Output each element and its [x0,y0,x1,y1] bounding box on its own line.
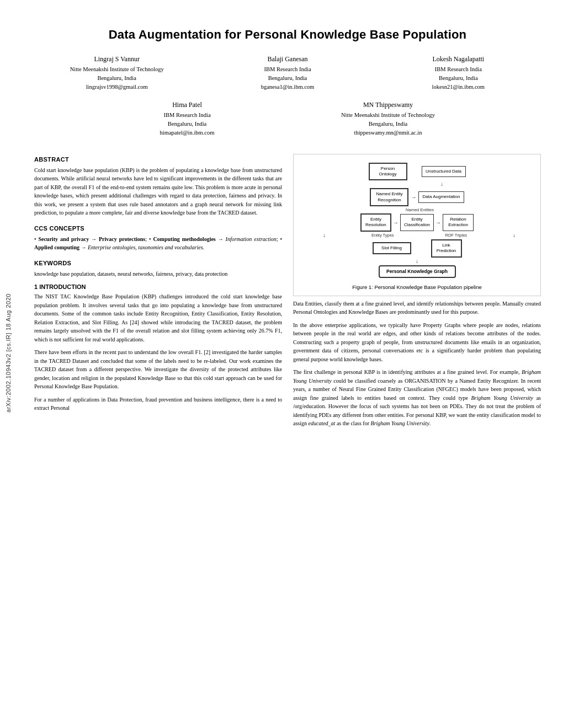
intro-heading: 1 INTRODUCTION [34,283,282,290]
node-entity-resolution: EntityResolution [360,213,391,232]
author-2: Balaji Ganesan IBM Research India Bengal… [205,54,370,91]
abstract-text: Cold start knowledge base population (KB… [34,166,282,217]
ccs-text: • Security and privacy → Privacy protect… [34,235,282,252]
author-1-email: lingrajsv1998@gmail.com [34,83,199,92]
arrow-right-3: → [435,220,441,226]
two-column-layout: ABSTRACT Cold start knowledge base popul… [23,148,552,432]
arrow-right-2: → [393,220,399,226]
author-2-affiliation: IBM Research India [205,65,370,74]
keywords-heading: KEYWORDS [34,260,282,266]
label-rdf-triples: RDF Triples [445,233,468,238]
intro-p1: The NIST TAC Knowledge Base Population (… [34,292,282,344]
author-3-affiliation: IBM Research India [376,65,541,74]
node-relation-extraction: RelationExtraction [443,214,474,231]
figure-1: PersonOntology Unstructured Data ↓ Named… [293,154,541,296]
arrow-label-row: Named Entities [400,207,434,212]
intro-p3: For a number of applications in Data Pro… [34,395,282,413]
node-unstructured-data: Unstructured Data [422,166,466,177]
left-column: ABSTRACT Cold start knowledge base popul… [34,148,282,432]
node-entity-classification: EntityClassification [400,214,434,231]
node-pkg: Personal Knowledge Graph [379,265,456,278]
paper-title: Data Augmentation for Personal Knowledge… [23,28,552,42]
node-link-prediction: LinkPrediction [431,239,462,258]
author-1-affiliation: Nitte Meenakshi Institute of Technology [34,65,199,74]
arrow-down-1: ↓ [440,181,443,187]
right-column: PersonOntology Unstructured Data ↓ Named… [293,148,541,432]
pipe-row-2: Named EntityRecognition → Data Augmentat… [370,188,464,206]
author-5-name: MN Thippeswamy [290,100,486,110]
intro-p2: There have been efforts in the recent pa… [34,348,282,391]
pipe-row-3: EntityResolution → EntityClassification … [360,213,474,232]
node-ner: Named EntityRecognition [370,188,408,206]
pipe-row-1: PersonOntology Unstructured Data [369,163,466,181]
abstract-heading: ABSTRACT [34,156,282,163]
author-1-name: Lingraj S Vannur [34,54,199,64]
author-4-location: Bengaluru, India [89,120,285,129]
pipe-row-4: Slot Filling LinkPrediction [373,239,462,258]
main-content: Data Augmentation for Personal Knowledge… [18,28,557,432]
arrow-down-3: ↓ [513,233,516,238]
label-entity-types: Entity Types [371,233,394,238]
right-p2: In the above enterprise applications, we… [293,321,541,364]
author-1: Lingraj S Vannur Nitte Meenakshi Institu… [34,54,199,91]
right-p3: The first challenge in personal KBP is i… [293,368,541,428]
author-2-name: Balaji Ganesan [205,54,370,64]
author-4-affiliation: IBM Research India [89,111,285,120]
author-5-email: thippeswamy.mn@nmit.ac.in [290,129,486,137]
authors-row1: Lingraj S Vannur Nitte Meenakshi Institu… [23,54,552,91]
node-person-ontology: PersonOntology [369,163,407,181]
arrow-labels-row2: ↓ Entity Types RDF Triples ↓ [302,233,532,238]
figure-caption: Figure 1: Personal Knowledge Base Popula… [299,284,535,290]
arxiv-label: arXiv:2002.10943v2 [cs.IR] 18 Aug 2020 [0,165,17,540]
authors-row2: Hima Patel IBM Research India Bengaluru,… [23,100,552,137]
pipeline-diagram: PersonOntology Unstructured Data ↓ Named… [299,160,535,281]
right-p1: Data Entities, classify them at a fine g… [293,299,541,317]
author-1-location: Bengaluru, India [34,74,199,83]
author-4-name: Hima Patel [89,100,285,110]
author-3-location: Bengaluru, India [376,74,541,83]
arrow-down-4: ↓ [416,259,418,264]
author-4-email: himapatel@in.ibm.com [89,129,285,137]
author-5-location: Bengaluru, India [290,120,486,129]
arrow-down-2: ↓ [323,233,326,238]
author-3: Lokesh Nagalapatti IBM Research India Be… [376,54,541,91]
author-2-location: Bengaluru, India [205,74,370,83]
author-3-name: Lokesh Nagalapatti [376,54,541,64]
author-2-email: bganesa1@in.ibm.com [205,83,370,92]
ccs-heading: CCS CONCEPTS [34,225,282,232]
node-slot-filling: Slot Filling [373,242,411,254]
author-5-affiliation: Nitte Meenakshi Institute of Technology [290,111,486,120]
author-3-email: lokesn21@in.ibm.com [376,83,541,92]
keywords-text: knowledge base population, datasets, neu… [34,270,282,279]
pipe-row-5: Personal Knowledge Graph [379,265,456,278]
node-data-aug: Data Augmentation [418,191,464,202]
author-4: Hima Patel IBM Research India Bengaluru,… [89,100,285,137]
label-named-entities: Named Entities [406,207,434,212]
author-5: MN Thippeswamy Nitte Meenakshi Institute… [290,100,486,137]
page: arXiv:2002.10943v2 [cs.IR] 18 Aug 2020 D… [0,0,563,728]
arrow-right-1: → [411,194,416,200]
pipe-row-arrows-1: ↓ [440,181,443,187]
